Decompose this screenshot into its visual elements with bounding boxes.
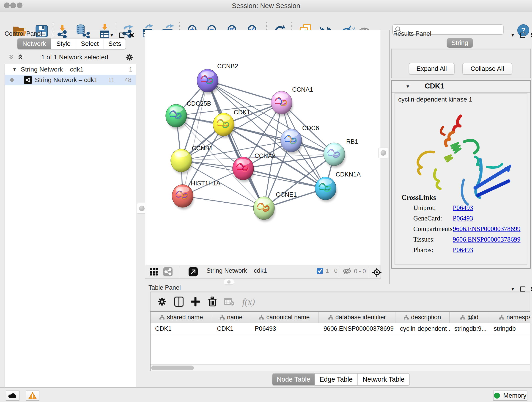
network-node-CCNB2[interactable] xyxy=(197,69,219,94)
table-cell[interactable]: 9606.ENSP00000378699 xyxy=(319,323,395,334)
table-cell[interactable]: P06493 xyxy=(250,323,319,334)
tab-sets[interactable]: Sets xyxy=(104,38,126,49)
network-node-CDK1[interactable] xyxy=(213,113,235,138)
network-node-CDKN1A[interactable] xyxy=(315,177,337,202)
right-splitter-handle[interactable] xyxy=(379,148,388,158)
network-edge-CCNB2-HIST1H1A[interactable] xyxy=(183,81,208,196)
network-node-CCNB1[interactable] xyxy=(171,149,192,174)
uniprot-link[interactable]: P06493 xyxy=(453,204,473,211)
tree-options-gear-icon[interactable] xyxy=(126,53,133,61)
panel-float-icon[interactable] xyxy=(520,32,525,38)
protein-description: cyclin-dependent kinase 1 xyxy=(398,96,472,103)
cloud-status-button[interactable] xyxy=(6,390,19,401)
table-cell[interactable]: CDK1 xyxy=(212,323,250,334)
current-network-dot-icon xyxy=(10,78,14,82)
tab-network-table[interactable]: Network Table xyxy=(358,374,409,385)
delete-table-icon xyxy=(223,295,236,308)
node-label-CCNB2: CCNB2 xyxy=(217,63,238,70)
table-settings-gear-icon[interactable] xyxy=(156,295,168,308)
network-node-CCNA1[interactable] xyxy=(271,91,293,116)
column-header-shared-name[interactable]: shared name xyxy=(151,312,212,323)
table-panel-tabs: Node Table Edge Table Network Table xyxy=(272,373,410,386)
node-label-CDK1: CDK1 xyxy=(234,109,250,116)
tab-node-table[interactable]: Node Table xyxy=(272,374,315,385)
network-node-CDC25B[interactable] xyxy=(166,104,187,129)
add-column-icon[interactable] xyxy=(189,295,202,308)
crosslink-row: Tissues: 9606.ENSP00000378699 xyxy=(413,236,435,243)
network-selection-status: 1 of 1 Network selected xyxy=(24,54,126,61)
toolbar-separator xyxy=(53,22,53,39)
column-header-canonical-name[interactable]: canonical name xyxy=(250,312,319,323)
network-node-CCNE1[interactable] xyxy=(253,197,275,222)
expand-all-icon[interactable] xyxy=(17,54,24,61)
horizontal-splitter-handle[interactable] xyxy=(224,279,234,285)
birds-eye-navigator-icon[interactable] xyxy=(372,267,382,277)
table-header-row: shared namenamecanonical namedatabase id… xyxy=(151,312,530,323)
network-edge-HIST1H1A-CCNE1[interactable] xyxy=(183,196,264,208)
pharos-link[interactable]: P06493 xyxy=(453,246,473,254)
node-label-CCNE1: CCNE1 xyxy=(276,191,297,198)
protein-section-header[interactable]: ▼ CDK1 xyxy=(392,81,530,93)
panel-float-icon[interactable] xyxy=(520,287,525,292)
collapse-all-icon[interactable] xyxy=(8,54,15,61)
network-node-RB1[interactable] xyxy=(324,143,346,168)
table-cell[interactable]: stringdb xyxy=(489,323,530,334)
collapse-all-button[interactable]: Collapse All xyxy=(462,63,512,75)
panel-close-icon[interactable] xyxy=(129,33,134,37)
import-network-database-icon[interactable] xyxy=(76,24,90,38)
panel-menu-icon[interactable]: ▼ xyxy=(510,287,515,292)
genecard-link[interactable]: P06493 xyxy=(453,215,473,222)
network-canvas[interactable]: CCNB2CCNA1CDC25BCDK1CDC6RB1CCNB1CCNA2CDK… xyxy=(145,30,381,265)
column-header-name[interactable]: name xyxy=(212,312,250,323)
table-panel-header: Table Panel xyxy=(148,284,181,291)
column-header--id[interactable]: @id xyxy=(450,312,489,323)
node-label-CCNB1: CCNB1 xyxy=(192,145,213,152)
panel-menu-icon[interactable]: ▼ xyxy=(510,32,515,38)
table-row[interactable]: CDK1CDK1P064939606.ENSP00000378699cyclin… xyxy=(151,323,530,334)
table-panel-title: Table Panel xyxy=(148,284,181,291)
crosslink-row: Compartments: 9606.ENSP00000378699 xyxy=(413,225,454,233)
title-bar: Session: New Session xyxy=(0,0,532,12)
table-cell[interactable]: CDK1 xyxy=(151,323,212,334)
hidden-node-edge-counts: 0 - 0 xyxy=(354,268,366,275)
panel-close-icon[interactable] xyxy=(530,287,532,291)
node-label-CCNA2: CCNA2 xyxy=(254,153,276,159)
network-collection-row[interactable]: ▼ String Network – cdk1 1 xyxy=(5,64,136,75)
table-horizontal-scrollbar[interactable] xyxy=(151,364,530,371)
open-in-window-icon[interactable] xyxy=(189,267,198,276)
compartments-link[interactable]: 9606.ENSP00000378699 xyxy=(453,225,520,233)
panel-close-icon[interactable] xyxy=(530,33,532,37)
memory-button[interactable]: Memory xyxy=(493,390,527,401)
grid-view-icon[interactable] xyxy=(150,268,158,276)
column-header-namespace[interactable]: namespace xyxy=(489,312,530,323)
column-header-database-identifier[interactable]: database identifier xyxy=(319,312,395,323)
network-row-selected[interactable]: String Network – cdk1 11 48 xyxy=(5,75,136,85)
table-cell[interactable]: stringdb:9... xyxy=(450,323,489,334)
delete-column-trash-icon[interactable] xyxy=(206,295,219,308)
results-tab-string[interactable]: String xyxy=(447,38,473,48)
panel-menu-icon[interactable]: ▼ xyxy=(109,32,114,38)
selected-checkbox-icon[interactable] xyxy=(317,268,323,274)
crosslinks-heading: CrossLinks xyxy=(401,193,436,202)
table-cell[interactable]: cyclin-dependent ... xyxy=(395,323,450,334)
table-toolbar: f(x) xyxy=(150,292,530,311)
results-splitter[interactable] xyxy=(389,30,390,284)
network-share-icon[interactable] xyxy=(163,267,172,276)
column-header-description[interactable]: description xyxy=(395,312,450,323)
section-collapse-icon[interactable]: ▼ xyxy=(405,84,410,89)
tab-network[interactable]: Network xyxy=(17,38,51,49)
collection-count: 1 xyxy=(129,66,133,73)
tab-select[interactable]: Select xyxy=(76,38,104,49)
scrollbar-thumb[interactable] xyxy=(151,366,194,370)
tab-style[interactable]: Style xyxy=(51,38,76,49)
import-network-file-icon[interactable] xyxy=(55,24,70,38)
panel-float-icon[interactable] xyxy=(119,32,124,38)
tab-edge-table[interactable]: Edge Table xyxy=(315,374,358,385)
hidden-eye-icon[interactable] xyxy=(342,267,352,275)
network-node-HIST1H1A[interactable] xyxy=(172,185,194,210)
expand-all-button[interactable]: Expand All xyxy=(409,63,455,75)
tissues-link[interactable]: 9606.ENSP00000378699 xyxy=(453,236,520,243)
warning-status-button[interactable] xyxy=(26,390,39,401)
show-columns-icon[interactable] xyxy=(172,295,185,308)
collection-expand-icon[interactable]: ▼ xyxy=(12,67,17,72)
